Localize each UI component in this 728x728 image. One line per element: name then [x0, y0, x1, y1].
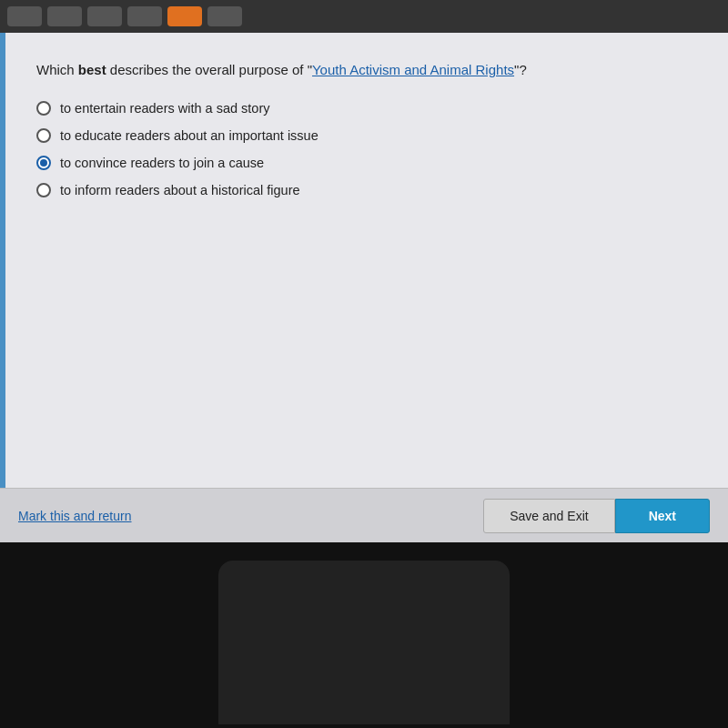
- action-buttons-group: Save and Exit Next: [483, 499, 710, 533]
- option-2-label: to educate readers about an important is…: [60, 128, 318, 143]
- tab-6[interactable]: [207, 6, 242, 26]
- option-3-label: to convince readers to join a cause: [60, 156, 264, 170]
- save-exit-button[interactable]: Save and Exit: [483, 499, 614, 533]
- device-shape: [218, 561, 510, 724]
- radio-1[interactable]: [36, 101, 51, 116]
- question-screen: Which best describes the overall purpose…: [0, 33, 728, 542]
- mark-return-button[interactable]: Mark this and return: [18, 509, 132, 523]
- options-list: to entertain readers with a sad story to…: [36, 101, 692, 197]
- option-1[interactable]: to entertain readers with a sad story: [36, 101, 692, 116]
- bold-best: best: [78, 62, 106, 77]
- question-text: Which best describes the overall purpose…: [36, 60, 692, 81]
- tab-2[interactable]: [47, 6, 82, 26]
- radio-3-selected[interactable]: [36, 156, 51, 170]
- device-bottom-area: [0, 542, 728, 728]
- question-area: Which best describes the overall purpose…: [27, 60, 701, 216]
- tab-4[interactable]: [127, 6, 162, 26]
- tab-3[interactable]: [87, 6, 122, 26]
- bottom-action-bar: Mark this and return Save and Exit Next: [0, 488, 728, 542]
- left-accent-bar: [0, 33, 5, 542]
- top-bar: [0, 0, 728, 33]
- radio-4[interactable]: [36, 183, 51, 197]
- tab-1[interactable]: [7, 6, 42, 26]
- next-button[interactable]: Next: [615, 499, 710, 533]
- tab-5-active[interactable]: [167, 6, 202, 26]
- radio-2[interactable]: [36, 128, 51, 143]
- option-3[interactable]: to convince readers to join a cause: [36, 156, 692, 170]
- option-4[interactable]: to inform readers about a historical fig…: [36, 183, 692, 197]
- option-1-label: to entertain readers with a sad story: [60, 101, 270, 116]
- article-link[interactable]: Youth Activism and Animal Rights: [312, 62, 514, 77]
- option-4-label: to inform readers about a historical fig…: [60, 183, 300, 197]
- option-2[interactable]: to educate readers about an important is…: [36, 128, 692, 143]
